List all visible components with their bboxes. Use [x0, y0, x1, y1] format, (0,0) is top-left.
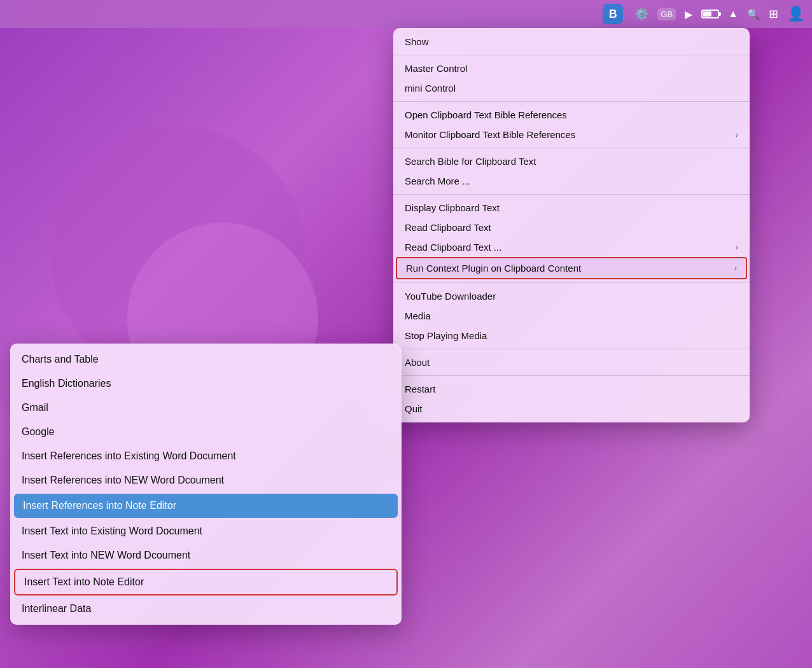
separator-7	[393, 375, 750, 376]
menu-item-english-dict[interactable]: English Dictionaries	[10, 372, 402, 396]
user-avatar-icon[interactable]: 👤	[787, 6, 804, 22]
left-submenu: Charts and Table English Dictionaries Gm…	[10, 344, 402, 625]
desktop: B ⚙️ GB ▶ ▲ 🔍 ⊞ 👤 Show Master Control mi…	[0, 0, 812, 668]
submenu-arrow-read: ›	[736, 243, 738, 252]
menu-item-insert-ref-new-word[interactable]: Insert References into NEW Word Dcoument	[10, 468, 402, 492]
stack-icon[interactable]: ⚙️	[634, 7, 648, 21]
submenu-arrow-context: ›	[734, 264, 737, 273]
control-center-icon[interactable]: ⊞	[769, 7, 778, 21]
separator-5	[393, 282, 750, 283]
submenu-arrow: ›	[736, 130, 738, 139]
menu-item-insert-text-word[interactable]: Insert Text into Existing Word Document	[10, 519, 402, 543]
wifi-icon[interactable]: ▲	[728, 8, 738, 20]
menu-item-google[interactable]: Google	[10, 420, 402, 444]
menu-item-display-clipboard[interactable]: Display Clipboard Text	[393, 198, 750, 218]
separator-6	[393, 349, 750, 349]
bible-app-icon[interactable]: B	[603, 4, 623, 24]
battery-icon	[701, 10, 719, 18]
menubar: B ⚙️ GB ▶ ▲ 🔍 ⊞ 👤	[0, 0, 812, 28]
menu-item-read-clipboard-more[interactable]: Read Clipboard Text ... ›	[393, 237, 750, 257]
menu-item-master-control[interactable]: Master Control	[393, 59, 750, 78]
menu-item-search-bible[interactable]: Search Bible for Clipboard Text	[393, 151, 750, 171]
menu-item-media[interactable]: Media	[393, 306, 750, 326]
menu-item-interlinear[interactable]: Interlinear Data	[10, 597, 402, 621]
menu-item-about[interactable]: About	[393, 352, 750, 372]
menu-item-open-clipboard[interactable]: Open Clipboard Text Bible References	[393, 105, 750, 125]
play-icon[interactable]: ▶	[685, 8, 692, 20]
menu-item-show[interactable]: Show	[393, 32, 750, 52]
menu-item-gmail[interactable]: Gmail	[10, 396, 402, 420]
menu-item-charts[interactable]: Charts and Table	[10, 347, 402, 372]
separator-4	[393, 194, 750, 195]
menu-item-search-more[interactable]: Search More ...	[393, 171, 750, 191]
menu-item-insert-text-note[interactable]: Insert Text into Note Editor	[14, 569, 398, 595]
menu-item-monitor-clipboard[interactable]: Monitor Clipboard Text Bible References …	[393, 125, 750, 144]
menu-item-insert-ref-word[interactable]: Insert References into Existing Word Doc…	[10, 444, 402, 468]
menu-item-quit[interactable]: Quit	[393, 399, 750, 419]
separator-3	[393, 148, 750, 148]
separator-1	[393, 55, 750, 55]
menu-item-insert-text-new-word[interactable]: Insert Text into NEW Word Dcoument	[10, 543, 402, 567]
menu-item-youtube[interactable]: YouTube Downloader	[393, 286, 750, 306]
menu-item-mini-control[interactable]: mini Control	[393, 78, 750, 98]
menu-item-restart[interactable]: Restart	[393, 379, 750, 399]
menubar-icon-group: B ⚙️ GB ▶ ▲ 🔍 ⊞ 👤	[603, 4, 804, 24]
separator-2	[393, 101, 750, 102]
search-icon[interactable]: 🔍	[747, 8, 760, 20]
menu-item-read-clipboard[interactable]: Read Clipboard Text	[393, 218, 750, 237]
main-dropdown-menu: Show Master Control mini Control Open Cl…	[393, 28, 750, 422]
menu-item-insert-ref-note[interactable]: Insert References into Note Editor	[14, 494, 398, 518]
menu-item-run-context[interactable]: Run Context Plugin on Clipboard Content …	[396, 257, 747, 279]
gb-badge-icon[interactable]: GB	[657, 8, 676, 20]
menu-item-stop-media[interactable]: Stop Playing Media	[393, 326, 750, 345]
